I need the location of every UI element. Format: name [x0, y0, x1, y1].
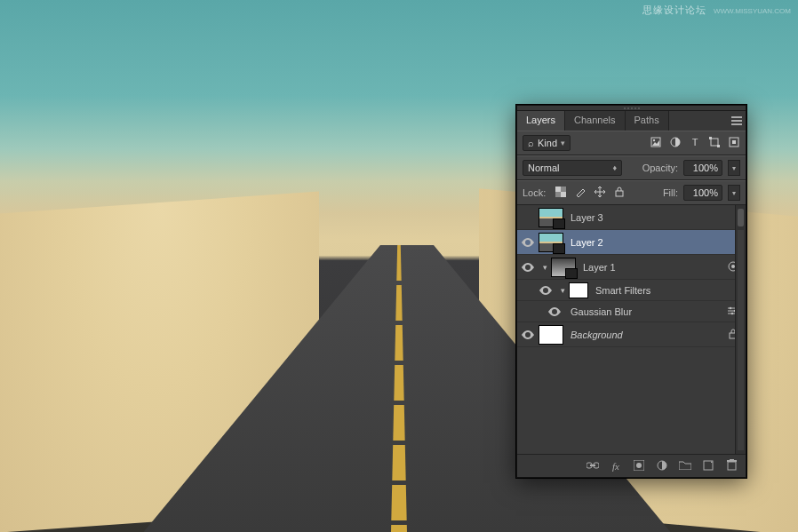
layers-panel: Layers Channels Paths ⌕ Kind ▾ T Normal … — [516, 105, 746, 478]
disclosure-triangle[interactable]: ▾ — [556, 286, 569, 295]
scroll-thumb[interactable] — [738, 209, 744, 226]
filter-kind-label: Kind — [538, 138, 557, 148]
svg-rect-24 — [590, 465, 595, 466]
new-layer-icon[interactable] — [701, 460, 715, 472]
fill-label: Fill: — [663, 187, 678, 198]
layer-thumb[interactable] — [539, 233, 563, 252]
filter-mask-thumb[interactable] — [569, 282, 588, 298]
chevron-down-icon: ▾ — [561, 139, 565, 147]
svg-rect-12 — [561, 192, 566, 197]
svg-rect-11 — [555, 187, 561, 192]
layer-filter-row: ⌕ Kind ▾ T — [517, 131, 746, 155]
smart-filters-label: Smart Filters — [595, 285, 740, 296]
tab-channels[interactable]: Channels — [565, 111, 625, 131]
svg-rect-8 — [717, 145, 720, 147]
fill-value[interactable]: 100% — [683, 185, 722, 201]
svg-rect-31 — [730, 459, 734, 460]
blend-mode-select[interactable]: Normal ♦ — [523, 160, 622, 176]
tab-paths[interactable]: Paths — [626, 111, 669, 131]
visibility-toggle[interactable] — [544, 307, 565, 316]
lock-transparent-icon[interactable] — [555, 187, 567, 199]
tab-layers[interactable]: Layers — [517, 111, 565, 131]
filter-type-icons: T — [650, 137, 740, 149]
fx-icon[interactable]: fx — [609, 461, 623, 472]
lock-row: Lock: Fill: 100% ▾ — [517, 180, 746, 205]
filter-smart-icon[interactable] — [728, 137, 740, 149]
svg-rect-6 — [711, 139, 718, 146]
svg-rect-13 — [561, 187, 566, 192]
filter-type-icon[interactable]: T — [689, 137, 701, 149]
smart-filters-row[interactable]: ▾ Smart Filters — [517, 280, 746, 301]
lock-all-icon[interactable] — [613, 187, 626, 199]
filter-pixel-icon[interactable] — [650, 137, 662, 149]
adjustment-icon[interactable] — [655, 460, 669, 472]
filter-shape-icon[interactable] — [708, 137, 721, 149]
opacity-value[interactable]: 100% — [683, 160, 722, 176]
svg-point-4 — [653, 139, 655, 141]
svg-rect-29 — [728, 462, 736, 470]
panel-footer: fx — [517, 454, 746, 477]
blend-mode-value: Normal — [528, 163, 559, 173]
layer-row[interactable]: Layer 3 — [517, 205, 746, 230]
opacity-dropdown[interactable]: ▾ — [728, 160, 740, 176]
filter-kind-select[interactable]: ⌕ Kind ▾ — [523, 135, 571, 151]
svg-rect-15 — [616, 191, 623, 196]
layer-name[interactable]: Layer 2 — [571, 237, 740, 248]
watermark-sub: WWW.MISSYUAN.COM — [714, 7, 791, 15]
group-icon[interactable] — [678, 460, 692, 472]
svg-rect-1 — [731, 120, 742, 122]
layer-name[interactable]: Layer 3 — [571, 212, 740, 223]
visibility-toggle[interactable] — [535, 286, 556, 295]
layer-name[interactable]: Layer 1 — [583, 262, 726, 273]
layer-name[interactable]: Background — [571, 330, 726, 340]
visibility-toggle[interactable] — [517, 263, 539, 272]
layer-thumb[interactable] — [551, 258, 576, 277]
svg-rect-0 — [731, 116, 742, 118]
layer-thumb[interactable] — [539, 325, 563, 345]
smart-filter-item[interactable]: Gaussian Blur — [517, 301, 746, 322]
watermark: 思缘设计论坛 WWW.MISSYUAN.COM — [642, 4, 791, 17]
scroll-track — [738, 230, 744, 450]
trash-icon[interactable] — [724, 459, 738, 472]
svg-rect-30 — [727, 460, 737, 462]
layer-row[interactable]: ▾ Layer 1 — [517, 255, 746, 280]
layer-thumb[interactable] — [539, 208, 563, 227]
panel-tabs: Layers Channels Paths — [517, 111, 746, 131]
link-layers-icon[interactable] — [586, 461, 600, 472]
lock-pixels-icon[interactable] — [574, 187, 587, 199]
lock-label: Lock: — [523, 187, 546, 198]
svg-point-20 — [731, 312, 734, 314]
svg-point-26 — [636, 463, 642, 468]
svg-rect-7 — [709, 137, 712, 139]
filter-adjust-icon[interactable] — [669, 137, 682, 149]
disclosure-triangle[interactable]: ▾ — [539, 263, 551, 272]
lock-position-icon[interactable] — [594, 187, 606, 199]
blend-row: Normal ♦ Opacity: 100% ▾ — [517, 155, 746, 180]
chevron-up-down-icon: ♦ — [612, 163, 617, 172]
svg-point-18 — [730, 306, 732, 309]
smart-filter-name[interactable]: Gaussian Blur — [571, 306, 726, 317]
visibility-toggle[interactable] — [517, 330, 539, 339]
svg-rect-2 — [731, 123, 742, 125]
svg-rect-10 — [732, 140, 736, 144]
mask-icon[interactable] — [632, 460, 646, 472]
visibility-toggle[interactable] — [517, 238, 539, 247]
svg-rect-14 — [555, 192, 561, 197]
layer-row[interactable]: Layer 2 — [517, 230, 746, 255]
layers-list: Layer 3 Layer 2 ▾ Layer 1 ▾ Smart Filter… — [517, 205, 746, 454]
panel-menu-icon[interactable] — [728, 111, 746, 131]
fill-dropdown[interactable]: ▾ — [728, 185, 740, 201]
watermark-main: 思缘设计论坛 — [642, 4, 706, 15]
search-icon: ⌕ — [528, 138, 534, 148]
layer-row[interactable]: Background — [517, 322, 746, 347]
layers-scrollbar[interactable] — [735, 205, 746, 454]
opacity-label: Opacity: — [642, 163, 678, 173]
